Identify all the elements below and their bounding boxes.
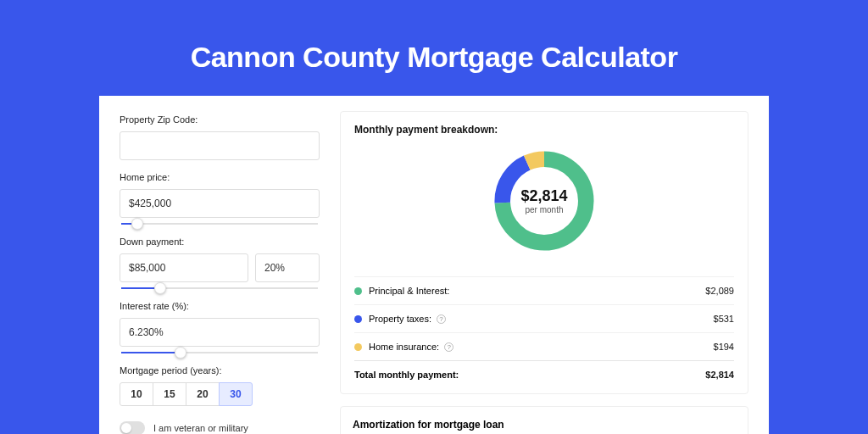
amortization-title: Amortization for mortgage loan bbox=[353, 419, 736, 431]
veteran-toggle[interactable] bbox=[120, 421, 145, 434]
page-title: Cannon County Mortgage Calculator bbox=[0, 0, 868, 96]
home-price-label: Home price: bbox=[120, 172, 320, 182]
veteran-label: I am veteran or military bbox=[153, 423, 248, 433]
dot-principal-icon bbox=[354, 287, 362, 295]
home-price-slider[interactable] bbox=[121, 218, 318, 230]
donut-amount: $2,814 bbox=[520, 187, 567, 205]
donut-chart: $2,814 per month bbox=[489, 146, 599, 256]
dot-tax-icon bbox=[354, 315, 362, 323]
amortization-box: Amortization for mortgage loan Amortizat… bbox=[340, 406, 748, 434]
row-tax-label: Property taxes: ? bbox=[369, 314, 714, 324]
period-btn-15[interactable]: 15 bbox=[153, 382, 186, 406]
down-payment-slider[interactable] bbox=[121, 282, 318, 294]
row-insurance-label: Home insurance: ? bbox=[369, 342, 714, 352]
down-payment-label: Down payment: bbox=[120, 236, 320, 247]
zip-input[interactable] bbox=[120, 131, 320, 160]
row-principal-value: $2,089 bbox=[705, 286, 734, 296]
rate-label: Interest rate (%): bbox=[120, 301, 320, 311]
row-total-value: $2,814 bbox=[705, 370, 734, 380]
donut-sub: per month bbox=[525, 205, 563, 214]
info-icon[interactable]: ? bbox=[444, 342, 453, 352]
period-label: Mortgage period (years): bbox=[120, 365, 320, 376]
info-icon[interactable]: ? bbox=[437, 314, 446, 324]
period-row: 10 15 20 30 bbox=[120, 382, 320, 406]
calculator-card: Property Zip Code: Home price: Down paym… bbox=[99, 96, 769, 434]
down-payment-pct-input[interactable] bbox=[255, 253, 320, 282]
period-btn-30[interactable]: 30 bbox=[219, 382, 253, 406]
breakdown-column: Monthly payment breakdown: $2,814 per mo… bbox=[340, 111, 748, 434]
form-column: Property Zip Code: Home price: Down paym… bbox=[120, 111, 340, 434]
home-price-input[interactable] bbox=[120, 189, 320, 218]
dot-insurance-icon bbox=[354, 343, 362, 351]
zip-label: Property Zip Code: bbox=[120, 114, 320, 125]
row-principal-label: Principal & Interest: bbox=[369, 286, 705, 296]
rate-input[interactable] bbox=[120, 318, 320, 347]
down-payment-input[interactable] bbox=[120, 253, 248, 282]
row-tax-value: $531 bbox=[714, 314, 734, 324]
breakdown-title: Monthly payment breakdown: bbox=[354, 124, 734, 136]
row-insurance-value: $194 bbox=[714, 342, 734, 352]
period-btn-20[interactable]: 20 bbox=[186, 382, 220, 406]
period-btn-10[interactable]: 10 bbox=[120, 382, 153, 406]
rate-slider[interactable] bbox=[121, 347, 318, 359]
row-total-label: Total monthly payment: bbox=[354, 370, 705, 380]
